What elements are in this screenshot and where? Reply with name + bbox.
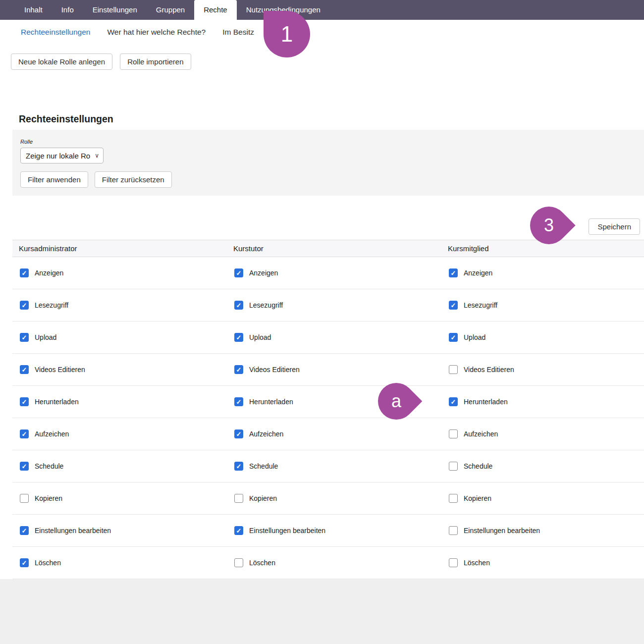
checkbox-aufzeichen-kursmitglied[interactable] [449, 429, 458, 438]
tab-rechte[interactable]: Rechte [194, 0, 237, 20]
permission-cell: Löschen [234, 558, 449, 567]
permission-label: Videos Editieren [249, 366, 300, 374]
checkbox-lesezugriff-kursmitglied[interactable]: ✓ [449, 301, 458, 310]
annotation-step-3-label: 3 [544, 215, 554, 236]
filter-apply-button[interactable]: Filter anwenden [20, 171, 88, 188]
permission-label: Lesezugriff [249, 301, 283, 309]
permission-label: Herunterladen [249, 398, 293, 406]
permission-label: Einstellungen bearbeiten [464, 527, 540, 535]
permission-row-upload: ✓Upload✓Upload✓Upload [12, 322, 644, 354]
checkbox-aufzeichen-kurstutor[interactable]: ✓ [234, 429, 243, 438]
role-select-label: Rolle [20, 139, 636, 145]
checkbox-löschen-kurstutor[interactable] [234, 558, 243, 567]
permission-label: Aufzeichen [35, 430, 69, 438]
column-header-kursmitglied: Kursmitglied [448, 244, 644, 253]
permission-label: Einstellungen bearbeiten [35, 527, 111, 535]
permission-label: Schedule [35, 462, 63, 470]
checkbox-aufzeichen-kursadministrator[interactable]: ✓ [20, 429, 29, 438]
checkbox-videos-editieren-kursmitglied[interactable] [449, 365, 458, 374]
checkbox-herunterladen-kursadministrator[interactable]: ✓ [20, 397, 29, 406]
filter-reset-button[interactable]: Filter zurücksetzen [95, 171, 172, 188]
checkbox-anzeigen-kursadministrator[interactable]: ✓ [20, 268, 29, 277]
permission-label: Aufzeichen [249, 430, 283, 438]
permission-label: Anzeigen [249, 269, 278, 277]
checkbox-anzeigen-kurstutor[interactable]: ✓ [234, 268, 243, 277]
top-navigation: InhaltInfoEinstellungenGruppenRechteNutz… [0, 0, 644, 20]
permission-cell: Kopieren [449, 494, 644, 503]
permission-cell: ✓Anzeigen [234, 268, 449, 277]
permission-cell: ✓Anzeigen [449, 268, 644, 277]
chevron-down-icon: ∨ [95, 152, 99, 159]
new-local-role-button[interactable]: Neue lokale Rolle anlegen [11, 54, 112, 70]
checkbox-upload-kursmitglied[interactable]: ✓ [449, 333, 458, 342]
checkbox-löschen-kursadministrator[interactable]: ✓ [20, 558, 29, 567]
checkbox-einstellungen-bearbeiten-kursadministrator[interactable]: ✓ [20, 526, 29, 535]
permission-cell: Kopieren [234, 494, 449, 503]
permission-row-löschen: ✓LöschenLöschenLöschen [12, 547, 644, 579]
permission-cell: Löschen [449, 558, 644, 567]
permission-cell: ✓Schedule [20, 462, 234, 471]
permission-cell: Videos Editieren [449, 365, 644, 374]
permission-cell: ✓Upload [234, 333, 449, 342]
checkbox-lesezugriff-kurstutor[interactable]: ✓ [234, 301, 243, 310]
tab-gruppen[interactable]: Gruppen [147, 0, 194, 20]
checkbox-lesezugriff-kursadministrator[interactable]: ✓ [20, 301, 29, 310]
permission-label: Löschen [464, 559, 490, 567]
checkbox-anzeigen-kursmitglied[interactable]: ✓ [449, 268, 458, 277]
permission-cell: ✓Upload [20, 333, 234, 342]
subnav-im-besitz[interactable]: Im Besitz [222, 28, 254, 40]
column-header-kurstutor: Kurstutor [233, 244, 448, 253]
permission-label: Herunterladen [35, 398, 79, 406]
permission-row-videos-editieren: ✓Videos Editieren✓Videos EditierenVideos… [12, 354, 644, 386]
tab-info[interactable]: Info [52, 0, 83, 20]
checkbox-herunterladen-kurstutor[interactable]: ✓ [234, 397, 243, 406]
annotation-step-1: 1 [264, 11, 310, 57]
checkbox-kopieren-kursadministrator[interactable] [20, 494, 29, 503]
checkbox-einstellungen-bearbeiten-kursmitglied[interactable] [449, 526, 458, 535]
subnav-rechteeinstellungen[interactable]: Rechteeinstellungen [21, 28, 90, 40]
permission-row-herunterladen: ✓Herunterladen✓Herunterladen✓Herunterlad… [12, 386, 644, 418]
permission-label: Schedule [464, 462, 492, 470]
checkbox-schedule-kurstutor[interactable]: ✓ [234, 462, 243, 471]
page-title: Rechteeinstellungen [19, 113, 644, 125]
role-select[interactable]: Zeige nur lokale Ro ∨ [20, 148, 104, 163]
permission-label: Anzeigen [35, 269, 63, 277]
checkbox-schedule-kursadministrator[interactable]: ✓ [20, 462, 29, 471]
role-select-value: Zeige nur lokale Ro [26, 152, 90, 160]
checkbox-kopieren-kurstutor[interactable] [234, 494, 243, 503]
tab-inhalt[interactable]: Inhalt [15, 0, 52, 20]
save-button[interactable]: Speichern [589, 218, 640, 235]
permission-row-lesezugriff: ✓Lesezugriff✓Lesezugriff✓Lesezugriff [12, 289, 644, 322]
checkbox-kopieren-kursmitglied[interactable] [449, 494, 458, 503]
permission-cell: ✓Lesezugriff [20, 301, 234, 310]
permission-label: Upload [464, 333, 485, 341]
checkbox-schedule-kursmitglied[interactable] [449, 462, 458, 471]
permission-cell: ✓Herunterladen [20, 397, 234, 406]
permission-label: Lesezugriff [35, 301, 68, 309]
filter-buttons: Filter anwenden Filter zurücksetzen [20, 171, 636, 188]
checkbox-videos-editieren-kurstutor[interactable]: ✓ [234, 365, 243, 374]
checkbox-videos-editieren-kursadministrator[interactable]: ✓ [20, 365, 29, 374]
permission-label: Anzeigen [464, 269, 492, 277]
permission-label: Videos Editieren [35, 366, 85, 374]
checkbox-upload-kursadministrator[interactable]: ✓ [20, 333, 29, 342]
permission-row-einstellungen-bearbeiten: ✓Einstellungen bearbeiten✓Einstellungen … [12, 515, 644, 547]
column-header-kursadministrator: Kursadministrator [19, 244, 233, 253]
checkbox-einstellungen-bearbeiten-kurstutor[interactable]: ✓ [234, 526, 243, 535]
permission-cell: ✓Aufzeichen [234, 429, 449, 438]
permission-cell: ✓Upload [449, 333, 644, 342]
subnav-wer-hat-hier-welche-rechte[interactable]: Wer hat hier welche Rechte? [107, 28, 206, 40]
sub-navigation: RechteeinstellungenWer hat hier welche R… [0, 20, 644, 40]
permission-label: Einstellungen bearbeiten [249, 527, 325, 535]
permission-cell: ✓Videos Editieren [234, 365, 449, 374]
permissions-table: KursadministratorKurstutorKursmitglied ✓… [12, 240, 644, 579]
tab-einstellungen[interactable]: Einstellungen [83, 0, 147, 20]
permission-label: Löschen [249, 559, 275, 567]
import-role-button[interactable]: Rolle importieren [120, 54, 191, 70]
checkbox-löschen-kursmitglied[interactable] [449, 558, 458, 567]
permission-label: Löschen [35, 559, 61, 567]
permission-cell: ✓Löschen [20, 558, 234, 567]
permission-label: Lesezugriff [464, 301, 497, 309]
checkbox-upload-kurstutor[interactable]: ✓ [234, 333, 243, 342]
checkbox-herunterladen-kursmitglied[interactable]: ✓ [449, 397, 458, 406]
